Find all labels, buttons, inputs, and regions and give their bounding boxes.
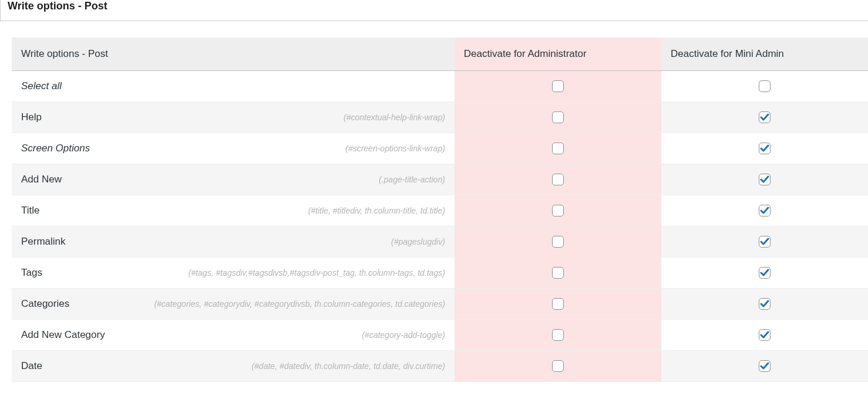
- option-cell: Date(#date, #datediv, th.column-date, td…: [12, 351, 455, 381]
- option-cell: Categories(#categories, #categorydiv, #c…: [12, 289, 455, 319]
- column-mini-header: Deactivate for Mini Admin: [661, 38, 868, 71]
- option-selector: (#category-add-toggle): [350, 330, 445, 340]
- admin-cell: [455, 102, 661, 133]
- admin-cell: [455, 351, 661, 382]
- option-cell: Add New Category(#category-add-toggle): [12, 320, 455, 350]
- option-label: Categories: [21, 298, 69, 310]
- table-row: Select all: [12, 71, 868, 102]
- option-selector: (.page-title-action): [367, 175, 445, 184]
- option-cell: Title(#title, #titlediv, th.column-title…: [12, 195, 455, 226]
- table-row: Date(#date, #datediv, th.column-date, td…: [12, 351, 868, 382]
- options-table-wrap: Write options - Post Deactivate for Admi…: [0, 38, 868, 382]
- option-label: Screen Options: [21, 143, 90, 154]
- admin-cell: [455, 226, 661, 258]
- mini-checkbox[interactable]: [759, 236, 771, 248]
- admin-cell: [455, 164, 661, 195]
- mini-checkbox[interactable]: [759, 143, 771, 154]
- option-cell: Tags(#tags, #tagsdiv,#tagsdivsb,#tagsdiv…: [12, 258, 455, 288]
- option-selector: (#contextual-help-link-wrap): [332, 113, 445, 122]
- option-cell: Help(#contextual-help-link-wrap): [12, 102, 455, 133]
- mini-cell: [661, 102, 868, 133]
- admin-checkbox[interactable]: [552, 360, 564, 372]
- option-cell: Permalink(#pageslugdiv): [12, 226, 455, 257]
- mini-checkbox[interactable]: [759, 111, 771, 123]
- mini-checkbox[interactable]: [759, 80, 771, 92]
- mini-checkbox[interactable]: [759, 360, 771, 372]
- admin-checkbox[interactable]: [552, 111, 564, 123]
- option-label: Help: [21, 111, 42, 123]
- table-row: Add New Category(#category-add-toggle): [12, 320, 868, 351]
- mini-cell: [661, 133, 868, 164]
- column-option-header: Write options - Post: [12, 38, 455, 71]
- mini-cell: [661, 164, 868, 195]
- option-label: Title: [21, 205, 40, 216]
- option-cell: Select all: [12, 71, 455, 101]
- mini-checkbox[interactable]: [759, 174, 771, 185]
- admin-checkbox[interactable]: [552, 329, 564, 341]
- option-selector: (#date, #datediv, th.column-date, td.dat…: [240, 361, 445, 371]
- option-cell: Add New(.page-title-action): [12, 164, 455, 195]
- admin-cell: [455, 71, 661, 102]
- admin-checkbox[interactable]: [552, 205, 564, 216]
- option-label: Tags: [21, 267, 42, 279]
- page-title: Write options - Post: [8, 0, 868, 12]
- table-row: Categories(#categories, #categorydiv, #c…: [12, 289, 868, 320]
- mini-cell: [661, 258, 868, 289]
- admin-checkbox[interactable]: [552, 267, 564, 279]
- admin-checkbox[interactable]: [552, 236, 564, 248]
- mini-checkbox[interactable]: [759, 329, 771, 341]
- option-label: Date: [21, 360, 42, 372]
- admin-checkbox[interactable]: [552, 174, 564, 185]
- table-row: Add New(.page-title-action): [12, 164, 868, 195]
- mini-checkbox[interactable]: [759, 298, 771, 310]
- option-cell: Screen Options(#screen-options-link-wrap…: [12, 133, 455, 164]
- mini-cell: [661, 320, 868, 351]
- options-table-body: Select allHelp(#contextual-help-link-wra…: [12, 71, 868, 382]
- mini-checkbox[interactable]: [759, 205, 771, 216]
- admin-cell: [455, 320, 661, 351]
- admin-cell: [455, 289, 661, 320]
- option-selector: (#screen-options-link-wrap): [334, 144, 445, 153]
- option-label: Permalink: [21, 236, 66, 248]
- table-header-row: Write options - Post Deactivate for Admi…: [12, 38, 868, 71]
- table-row: Screen Options(#screen-options-link-wrap…: [12, 133, 868, 164]
- mini-cell: [661, 71, 868, 102]
- option-label: Add New Category: [21, 329, 105, 341]
- table-row: Help(#contextual-help-link-wrap): [12, 102, 868, 133]
- admin-cell: [455, 258, 661, 289]
- mini-cell: [661, 226, 868, 258]
- mini-cell: [661, 351, 868, 382]
- mini-cell: [661, 289, 868, 320]
- table-row: Permalink(#pageslugdiv): [12, 226, 868, 258]
- option-selector: (#categories, #categorydiv, #categorydiv…: [142, 299, 445, 309]
- table-row: Title(#title, #titlediv, th.column-title…: [12, 195, 868, 226]
- admin-checkbox[interactable]: [552, 80, 564, 92]
- option-label: Select all: [21, 80, 62, 92]
- mini-checkbox[interactable]: [759, 267, 771, 279]
- mini-cell: [661, 195, 868, 226]
- options-table: Write options - Post Deactivate for Admi…: [12, 38, 868, 382]
- page-header: Write options - Post: [0, 0, 868, 21]
- option-selector: (#tags, #tagsdiv,#tagsdivsb,#tagsdiv-pos…: [177, 268, 445, 277]
- option-label: Add New: [21, 174, 62, 185]
- admin-checkbox[interactable]: [552, 143, 564, 154]
- table-row: Tags(#tags, #tagsdiv,#tagsdivsb,#tagsdiv…: [12, 258, 868, 289]
- option-selector: (#title, #titlediv, th.column-title, td.…: [297, 206, 445, 215]
- admin-checkbox[interactable]: [552, 298, 564, 310]
- option-selector: (#pageslugdiv): [379, 237, 445, 246]
- admin-cell: [455, 133, 661, 164]
- admin-cell: [455, 195, 661, 226]
- column-admin-header: Deactivate for Administrator: [455, 38, 661, 71]
